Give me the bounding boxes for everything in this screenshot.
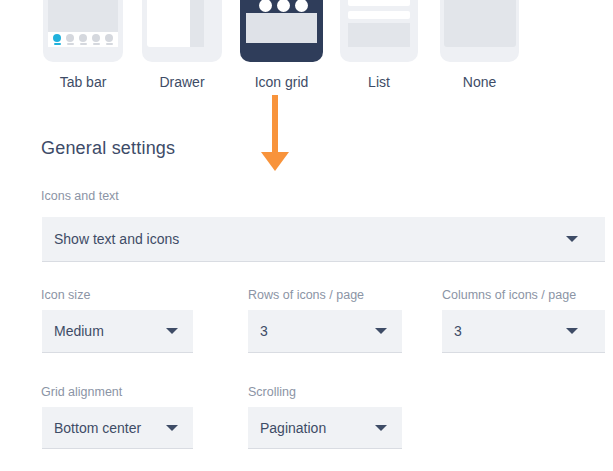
icon-size-label: Icon size (41, 288, 90, 302)
drawer-strip (190, 0, 204, 47)
columns-per-page-select[interactable]: 3 (442, 310, 605, 353)
grid-alignment-select[interactable]: Bottom center (42, 407, 193, 449)
selected-value: 3 (260, 323, 268, 339)
chevron-down-icon (166, 328, 178, 334)
tab-bar-dots (48, 32, 118, 47)
selected-value: 3 (454, 323, 462, 339)
selected-value: Show text and icons (54, 231, 179, 247)
selected-value: Medium (54, 323, 104, 339)
tab-dot-active (53, 34, 61, 47)
tab-dot (92, 34, 100, 47)
tab-dot (79, 34, 87, 47)
grid-alignment-label: Grid alignment (41, 385, 122, 399)
nav-option-label-tab-bar[interactable]: Tab bar (43, 74, 123, 92)
navigation-settings-panel: Tab bar Drawer Icon grid List None (0, 0, 613, 471)
scrolling-label: Scrolling (248, 385, 296, 399)
screen-content-block (444, 0, 516, 47)
tab-dot (105, 34, 113, 47)
general-settings-heading: General settings (41, 138, 175, 159)
nav-option-tab-bar[interactable] (43, 0, 123, 62)
chevron-down-icon (166, 425, 178, 431)
columns-per-page-label: Columns of icons / page (442, 288, 576, 302)
nav-option-label-none[interactable]: None (440, 74, 519, 92)
nav-option-icon-grid[interactable] (240, 0, 323, 62)
grid-icon-dot (277, 0, 290, 12)
screen-content-block (246, 13, 317, 43)
rows-per-page-select[interactable]: 3 (248, 310, 402, 353)
chevron-down-icon (566, 328, 578, 334)
grid-icon-dot (259, 0, 272, 12)
icons-and-text-select[interactable]: Show text and icons (42, 217, 605, 262)
selected-value: Bottom center (54, 420, 141, 436)
rows-per-page-label: Rows of icons / page (248, 288, 364, 302)
tab-dot (66, 34, 74, 47)
nav-option-label-drawer[interactable]: Drawer (142, 74, 222, 92)
scrolling-select[interactable]: Pagination (248, 407, 402, 449)
list-row-bar (348, 11, 410, 19)
nav-option-label-icon-grid[interactable]: Icon grid (240, 74, 323, 92)
chevron-down-icon (375, 328, 387, 334)
nav-option-drawer[interactable] (142, 0, 222, 62)
icons-and-text-label: Icons and text (41, 189, 119, 203)
nav-option-list[interactable] (340, 0, 418, 62)
chevron-down-icon (566, 236, 578, 242)
selected-value: Pagination (260, 420, 326, 436)
chevron-down-icon (375, 425, 387, 431)
screen-content-block (348, 23, 410, 47)
icon-size-select[interactable]: Medium (42, 310, 193, 353)
nav-option-label-list[interactable]: List (340, 74, 418, 92)
nav-option-none[interactable] (440, 0, 519, 62)
list-row-bar (348, 0, 410, 6)
screen-content-block (48, 0, 118, 32)
grid-icon-dot (295, 0, 308, 12)
